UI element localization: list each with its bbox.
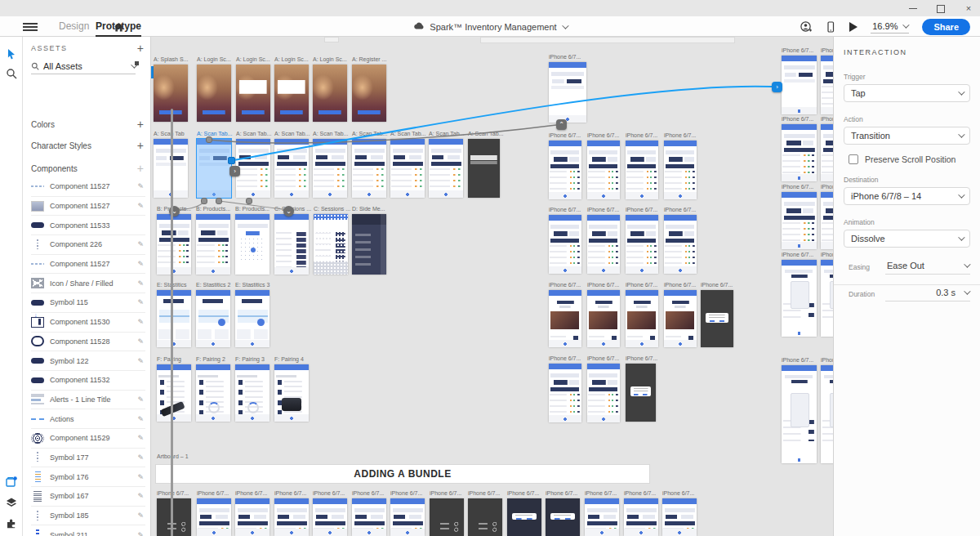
artboard[interactable]: B: Products... — [157, 214, 191, 275]
component-list-item[interactable]: Component 11529✎ — [31, 429, 145, 449]
artboard-thumbnail[interactable] — [626, 290, 658, 347]
easing-dropdown[interactable]: Ease Out — [885, 259, 970, 275]
artboard-thumbnail[interactable] — [664, 141, 697, 199]
artboard-thumbnail[interactable] — [782, 260, 817, 337]
artboard-thumbnail[interactable] — [196, 290, 230, 347]
artboard-label[interactable]: iPhone 6/7... — [664, 282, 696, 288]
artboard-label[interactable]: iPhone 6/7... — [782, 47, 813, 53]
artboard-thumbnail[interactable] — [313, 65, 347, 122]
artboard-label[interactable]: F: Pairing 2 — [196, 356, 225, 362]
artboard-thumbnail[interactable] — [196, 364, 230, 422]
artboard-label[interactable]: iPhone 6/7... — [626, 207, 657, 212]
artboard-thumbnail[interactable] — [197, 498, 231, 536]
edit-icon[interactable]: ✎ — [137, 298, 145, 306]
artboard-thumbnail[interactable] — [587, 141, 620, 199]
artboard-label[interactable]: A: Login Sc... — [274, 56, 309, 62]
artboard-thumbnail[interactable] — [664, 290, 697, 347]
artboard[interactable]: iPhone 6/7... — [546, 498, 580, 536]
artboard-thumbnail[interactable] — [235, 290, 270, 347]
artboard[interactable]: A: Scan Tab... — [352, 139, 386, 198]
artboard[interactable]: iPhone 6/7... — [626, 141, 658, 199]
artboard[interactable]: iPhone 6/7... — [626, 290, 658, 347]
edit-icon[interactable]: ✎ — [137, 318, 145, 326]
artboard-label[interactable]: iPhone 6/7... — [587, 207, 619, 212]
artboard-label[interactable]: D: Side Me... — [352, 206, 385, 212]
artboard-label[interactable]: iPhone 6/7... — [549, 355, 581, 361]
artboard-thumbnail[interactable] — [352, 214, 386, 275]
artboard-thumbnail[interactable] — [390, 498, 425, 536]
edit-icon[interactable]: ✎ — [137, 357, 145, 365]
canvas[interactable]: A: Splash S...A: Login Sc...A: Login Sc.… — [151, 37, 833, 536]
edit-icon[interactable]: ✎ — [137, 260, 145, 268]
section-colors[interactable]: Colors — [31, 120, 55, 129]
artboard-thumbnail[interactable] — [235, 498, 270, 536]
hamburger-menu-icon[interactable] — [23, 23, 38, 31]
window-close-button[interactable]: × — [964, 3, 973, 13]
artboard-label[interactable]: C: Sessions ... — [314, 206, 350, 212]
artboard[interactable]: iPhone 6/7... — [549, 215, 581, 274]
component-list-item[interactable]: Component 11528✎ — [31, 333, 145, 352]
artboard[interactable]: E: Stastitics 2 — [196, 290, 230, 347]
preserve-scroll-checkbox-row[interactable]: Preserve Scroll Position — [849, 154, 970, 164]
artboard-thumbnail[interactable] — [274, 214, 309, 275]
artboard[interactable]: B: Products... — [196, 214, 230, 275]
edit-icon[interactable]: ✎ — [137, 453, 145, 462]
component-list-item[interactable]: Alerts - 1 Line Title✎ — [31, 391, 145, 410]
artboard-thumbnail[interactable] — [664, 215, 697, 274]
artboard[interactable]: iPhone 6/7... — [821, 365, 833, 463]
preserve-scroll-checkbox[interactable] — [849, 154, 858, 164]
artboard-label[interactable]: E: Stastitics 3 — [235, 282, 270, 288]
edit-icon[interactable]: ✎ — [137, 434, 145, 442]
window-minimize-button[interactable] — [908, 3, 918, 13]
artboard-thumbnail[interactable] — [197, 139, 231, 198]
plugins-icon[interactable] — [6, 517, 17, 529]
device-preview-icon[interactable] — [825, 21, 836, 33]
artboard-label[interactable]: iPhone 6/7... — [507, 490, 539, 496]
artboard[interactable]: A: Scan Tab... — [274, 139, 309, 198]
artboard[interactable]: iPhone 6/7... — [549, 62, 586, 123]
artboard-label[interactable]: A: Scan Tab... — [274, 131, 310, 136]
artboard-label[interactable]: E: Stastitics 2 — [196, 282, 230, 288]
artboard-thumbnail[interactable] — [429, 139, 463, 198]
artboard-label[interactable]: iPhone 6/7... — [587, 132, 619, 138]
artboard-thumbnail[interactable] — [549, 364, 581, 422]
artboard[interactable]: iPhone 6/7... — [782, 365, 817, 463]
select-tool-icon[interactable] — [6, 48, 17, 60]
artboard-thumbnail[interactable] — [274, 498, 309, 536]
artboard-thumbnail[interactable] — [549, 290, 581, 347]
artboard-thumbnail[interactable] — [585, 498, 619, 536]
artboard-thumbnail[interactable] — [313, 139, 347, 198]
artboard-thumbnail[interactable] — [468, 498, 502, 536]
connector-handle[interactable] — [206, 136, 212, 143]
artboard-label[interactable]: F: Pairing 4 — [274, 356, 304, 362]
bundle-section-banner[interactable]: ADDING A BUNDLE — [155, 464, 650, 484]
libraries-icon[interactable] — [6, 476, 17, 488]
artboard-thumbnail[interactable] — [236, 65, 270, 122]
artboard-label[interactable]: A: Splash S... — [154, 56, 188, 62]
artboard-label[interactable]: A: Scan Tab... — [236, 131, 271, 136]
artboard-label[interactable]: B: Products... — [196, 206, 230, 212]
edit-icon[interactable]: ✎ — [137, 511, 145, 520]
artboard-thumbnail[interactable] — [352, 65, 386, 122]
artboard-thumbnail[interactable] — [157, 364, 191, 422]
artboard-label[interactable]: iPhone 6/7... — [549, 54, 581, 60]
component-list-item[interactable]: Symbol 167✎ — [31, 487, 145, 507]
artboard-label[interactable]: iPhone 6/7... — [701, 282, 733, 288]
artboard-label[interactable]: iPhone 6/7... — [587, 282, 619, 288]
artboard-label[interactable]: F: Pairing — [157, 356, 181, 362]
artboard[interactable]: iPhone 6/7... — [235, 498, 270, 536]
artboard-thumbnail[interactable] — [587, 215, 620, 274]
artboard-label[interactable]: A: Scan Tab... — [197, 131, 232, 136]
component-list-item[interactable]: Component 11527✎ — [31, 177, 145, 197]
wire-drag-handle[interactable] — [228, 157, 235, 164]
invite-user-icon[interactable] — [800, 21, 812, 33]
artboard[interactable]: A: Scan Tab... — [236, 139, 270, 198]
edit-icon[interactable]: ✎ — [137, 182, 145, 190]
component-list-item[interactable]: Actions✎ — [31, 409, 145, 429]
artboard-label[interactable]: A: Register ... — [352, 56, 386, 62]
component-list-item[interactable]: Icon / Share / Filled✎ — [31, 274, 145, 293]
artboard-thumbnail[interactable] — [662, 498, 697, 536]
artboard[interactable]: iPhone 6/7... — [782, 260, 817, 337]
artboard[interactable]: iPhone 6/7... — [626, 215, 658, 274]
artboard-thumbnail[interactable] — [314, 214, 348, 275]
